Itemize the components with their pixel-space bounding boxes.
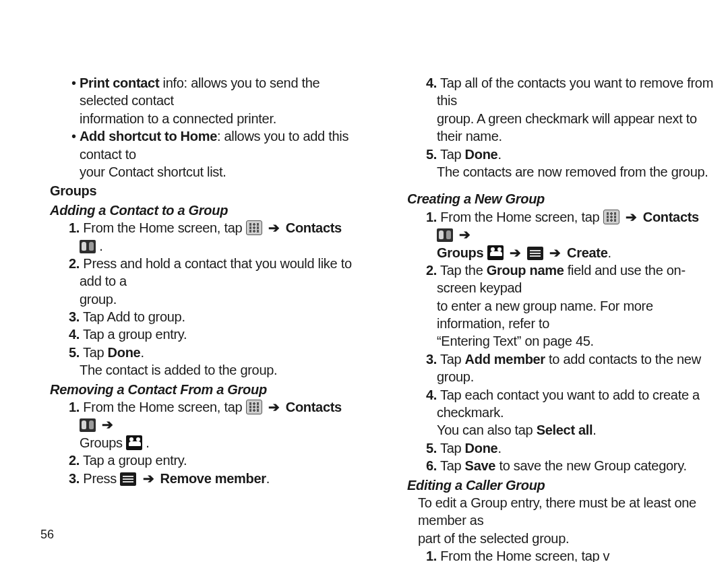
step-result: The contacts are now removed from the gr… [391, 163, 715, 181]
step: 2. Tap the Group name field and use the … [391, 261, 715, 297]
step-num: 4. [426, 387, 437, 402]
step-text2: to save the new Group category. [495, 458, 687, 473]
step-num: 2. [69, 256, 80, 271]
step: 3. Tap Add member to add contacts to the… [391, 350, 715, 386]
apps-icon [603, 210, 619, 224]
arrow-icon: ➔ [456, 227, 473, 242]
menu-icon [527, 247, 543, 260]
period: . [266, 471, 270, 486]
bullet-print-contact: • Print contact info: allows you to send… [34, 74, 357, 110]
groups-label: Groups [437, 245, 487, 260]
step-text: You can also tap [437, 423, 537, 437]
step-text: From the Home screen, tap [83, 400, 245, 414]
step-num: 3. [69, 471, 80, 486]
step-num: 5. [69, 345, 80, 360]
arrow-icon: ➔ [266, 400, 282, 414]
groups-icon [487, 246, 504, 259]
step: 4. Tap each contact you want to add to c… [391, 386, 715, 422]
step: 5. Tap Done. [391, 146, 715, 163]
step-cont: to enter a new group name. For more info… [391, 297, 715, 333]
page-number: 56 [34, 528, 357, 542]
arrow-icon: ➔ [507, 245, 524, 260]
step-result: The contact is added to the group. [34, 361, 357, 379]
add-member-label: Add member [465, 352, 545, 367]
bullet-cont: information to a connected printer. [34, 110, 357, 127]
step-num: 5. [426, 441, 437, 456]
save-label: Save [465, 458, 496, 473]
step-cont: group. A green checkmark will appear nex… [391, 110, 715, 146]
heading-adding-contact: Adding a Contact to a Group [34, 201, 357, 219]
heading-creating-group: Creating a New Group [391, 190, 715, 208]
bullet-add-shortcut: • Add shortcut to Home: allows you to ad… [34, 127, 357, 163]
create-label: Create [567, 245, 607, 260]
heading-groups: Groups [34, 182, 357, 199]
period: . [497, 441, 501, 456]
step-text: Tap [440, 352, 465, 367]
step-num: 5. [426, 147, 437, 162]
contacts-label: Contacts [643, 210, 699, 224]
select-all-label: Select all [537, 423, 593, 437]
arrow-icon: ➔ [140, 471, 157, 486]
arrow-icon: ➔ [547, 245, 564, 260]
step: 4. Tap a group entry. [34, 325, 357, 343]
step-text: Press and hold a contact that you would … [80, 256, 352, 288]
step: 1. From the Home screen, tap ➔ Contacts … [34, 398, 357, 434]
step: 5. Tap Done. [391, 439, 715, 457]
done-label: Done [108, 345, 141, 360]
bullet-cont: your Contact shortcut list. [34, 163, 357, 181]
step-text: Tap all of the contacts you want to remo… [437, 75, 713, 108]
period: . [608, 245, 611, 260]
heading-removing-contact: Removing a Contact From a Group [34, 381, 357, 398]
contacts-icon [80, 418, 96, 432]
step: 1. From the Home screen, tap ➔ Contacts … [391, 208, 715, 244]
step: 3. Tap Add to group. [34, 308, 357, 325]
step-text: Tap [440, 147, 465, 162]
menu-icon [120, 472, 136, 486]
step: 2. Tap a group entry. [34, 451, 357, 469]
period: . [99, 239, 102, 253]
step-num: 1. [69, 220, 80, 235]
arrow-icon: ➔ [266, 220, 282, 235]
manual-page: • Print contact info: allows you to send… [0, 0, 728, 562]
step-num: 1. [69, 400, 80, 414]
step: 5. Tap Done. [34, 344, 357, 361]
group-name-label: Group name [487, 263, 564, 278]
step-num: 4. [426, 75, 437, 90]
step-num: 1. [426, 210, 437, 224]
intro-text: To edit a Group entry, there must be at … [391, 494, 715, 530]
step-text: Tap Add to group. [83, 309, 185, 324]
arrow-icon: ➔ [623, 210, 640, 224]
period: . [593, 423, 596, 437]
step-num: 6. [426, 458, 437, 473]
period: . [146, 435, 149, 450]
step-cont: Groups ➔ ➔ Create. [391, 244, 715, 261]
left-column: • Print contact info: allows you to send… [34, 74, 361, 542]
apps-icon [246, 221, 262, 235]
step-cont: Groups . [34, 434, 357, 451]
period: . [140, 345, 144, 360]
step-num: 3. [426, 352, 437, 367]
step: 3. Press ➔ Remove member. [34, 470, 357, 487]
bullet-lead: Print contact [80, 75, 159, 90]
arrow-icon: ➔ [99, 417, 116, 432]
heading-editing-group: Editing a Caller Group [391, 476, 715, 494]
contacts-label: Contacts [286, 400, 342, 414]
step-num: 2. [426, 263, 437, 278]
remove-member-label: Remove member [160, 471, 266, 486]
step: 6. Tap Save to save the new Group catego… [391, 457, 715, 474]
period: . [497, 147, 501, 162]
contacts-label: Contacts [286, 220, 342, 235]
contacts-icon [437, 228, 453, 242]
done-label: Done [465, 147, 498, 162]
step-num: 2. [69, 453, 80, 468]
right-column: 4. Tap all of the contacts you want to r… [388, 74, 715, 542]
step-num: 3. [69, 309, 80, 324]
step-text: From the Home screen, tap v [440, 549, 609, 562]
contacts-icon [80, 240, 96, 253]
bullet-lead: Add shortcut to Home [80, 129, 217, 144]
step-text: Tap [440, 458, 465, 473]
groups-label: Groups [80, 435, 126, 450]
step-text: Tap a group entry. [83, 327, 187, 342]
step-cont: group. [34, 290, 357, 308]
step-text: Tap the [440, 263, 487, 278]
